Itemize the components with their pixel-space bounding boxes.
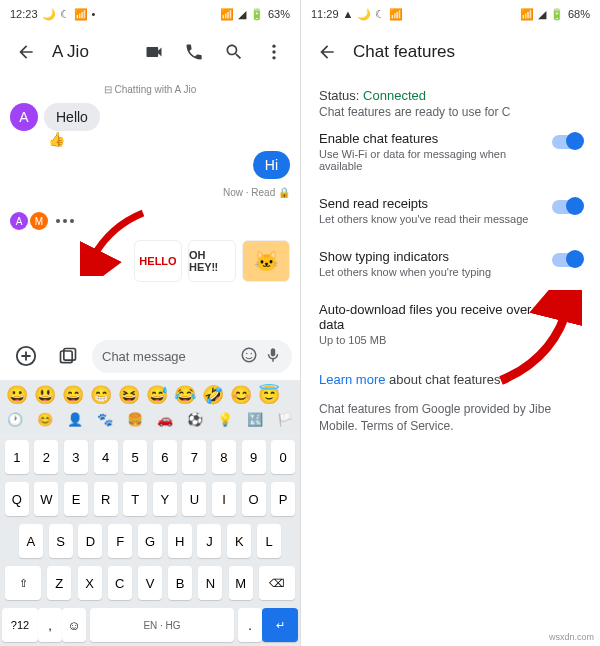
- people-cat-icon[interactable]: 👤: [67, 412, 83, 427]
- symbols-key[interactable]: ?12: [2, 608, 38, 642]
- toggle-switch[interactable]: [552, 135, 582, 149]
- shift-key[interactable]: ⇧: [5, 566, 41, 600]
- emoji-suggestion[interactable]: 😇: [258, 384, 280, 406]
- key-1[interactable]: 1: [5, 440, 29, 474]
- key-u[interactable]: U: [182, 482, 206, 516]
- key-6[interactable]: 6: [153, 440, 177, 474]
- emoji-suggestion[interactable]: 😆: [118, 384, 140, 406]
- moon-icon: ☾: [60, 8, 70, 21]
- key-j[interactable]: J: [197, 524, 221, 558]
- message-input[interactable]: Chat message: [92, 340, 292, 373]
- emoji-suggestion[interactable]: 😃: [34, 384, 56, 406]
- backspace-key[interactable]: ⌫: [259, 566, 295, 600]
- key-t[interactable]: T: [123, 482, 147, 516]
- key-k[interactable]: K: [227, 524, 251, 558]
- key-w[interactable]: W: [34, 482, 58, 516]
- comma-key[interactable]: ,: [38, 608, 62, 642]
- input-placeholder: Chat message: [102, 349, 186, 364]
- setting-row[interactable]: Send read receiptsLet others know you've…: [319, 184, 582, 237]
- search-button[interactable]: [216, 34, 252, 70]
- emoji-key[interactable]: ☺: [62, 608, 86, 642]
- toggle-switch[interactable]: [552, 200, 582, 214]
- key-2[interactable]: 2: [34, 440, 58, 474]
- key-y[interactable]: Y: [153, 482, 177, 516]
- setting-row[interactable]: Enable chat featuresUse Wi-Fi or data fo…: [319, 119, 582, 184]
- emoji-suggestion[interactable]: 😀: [6, 384, 28, 406]
- keyboard-categories[interactable]: 🕐 😊 👤 🐾 🍔 🚗 ⚽ 💡 🔣 🏳️: [0, 410, 300, 431]
- emoji-suggestion[interactable]: 😊: [230, 384, 252, 406]
- key-l[interactable]: L: [257, 524, 281, 558]
- emoji-suggestion[interactable]: 😂: [174, 384, 196, 406]
- sticker-hey[interactable]: OH HEY‼: [188, 240, 236, 282]
- key-8[interactable]: 8: [212, 440, 236, 474]
- symbols-cat-icon[interactable]: 🔣: [247, 412, 263, 427]
- key-z[interactable]: Z: [47, 566, 71, 600]
- smiley-cat-icon[interactable]: 😊: [37, 412, 53, 427]
- travel-cat-icon[interactable]: 🚗: [157, 412, 173, 427]
- video-call-button[interactable]: [136, 34, 172, 70]
- key-5[interactable]: 5: [123, 440, 147, 474]
- key-i[interactable]: I: [212, 482, 236, 516]
- key-g[interactable]: G: [138, 524, 162, 558]
- add-button[interactable]: [8, 338, 44, 374]
- setting-title: Send read receipts: [319, 196, 544, 211]
- reaction[interactable]: 👍: [48, 131, 290, 147]
- gallery-button[interactable]: [50, 338, 86, 374]
- flags-cat-icon[interactable]: 🏳️: [277, 412, 293, 427]
- key-d[interactable]: D: [78, 524, 102, 558]
- emoji-suggestion[interactable]: 😅: [146, 384, 168, 406]
- space-key[interactable]: EN · HG: [90, 608, 234, 642]
- key-b[interactable]: B: [168, 566, 192, 600]
- objects-cat-icon[interactable]: 💡: [217, 412, 233, 427]
- emoji-suggestion[interactable]: 😄: [62, 384, 84, 406]
- phone-icon: [184, 42, 204, 62]
- mic-button[interactable]: [264, 346, 282, 367]
- setting-row[interactable]: Show typing indicatorsLet others know wh…: [319, 237, 582, 290]
- emoji-suggestion[interactable]: 😁: [90, 384, 112, 406]
- learn-more-row[interactable]: Learn more about chat features: [319, 372, 582, 387]
- keyboard[interactable]: 😀😃😄😁😆😅😂🤣😊😇 🕐 😊 👤 🐾 🍔 🚗 ⚽ 💡 🔣 🏳️ 12345678…: [0, 380, 300, 646]
- period-key[interactable]: .: [238, 608, 262, 642]
- setting-row[interactable]: Auto-download files you receive over mob…: [319, 290, 582, 358]
- emoji-button[interactable]: [240, 346, 258, 367]
- sticker-cat[interactable]: 🐱: [242, 240, 290, 282]
- key-r[interactable]: R: [94, 482, 118, 516]
- wifi-icon: 📶: [520, 8, 534, 21]
- key-p[interactable]: P: [271, 482, 295, 516]
- food-cat-icon[interactable]: 🍔: [127, 412, 143, 427]
- avatar-a[interactable]: A: [10, 103, 38, 131]
- back-button[interactable]: [309, 34, 345, 70]
- key-x[interactable]: X: [78, 566, 102, 600]
- outgoing-bubble[interactable]: Hi: [253, 151, 290, 179]
- key-q[interactable]: Q: [5, 482, 29, 516]
- key-9[interactable]: 9: [242, 440, 266, 474]
- nature-cat-icon[interactable]: 🐾: [97, 412, 113, 427]
- key-7[interactable]: 7: [182, 440, 206, 474]
- sticker-hello[interactable]: HELLO: [134, 240, 182, 282]
- enter-key[interactable]: ↵: [262, 608, 298, 642]
- key-c[interactable]: C: [108, 566, 132, 600]
- clock-icon[interactable]: 🕐: [7, 412, 23, 427]
- learn-more-link[interactable]: Learn more: [319, 372, 385, 387]
- key-a[interactable]: A: [19, 524, 43, 558]
- activity-cat-icon[interactable]: ⚽: [187, 412, 203, 427]
- back-button[interactable]: [8, 34, 44, 70]
- key-v[interactable]: V: [138, 566, 162, 600]
- key-4[interactable]: 4: [94, 440, 118, 474]
- incoming-bubble[interactable]: Hello: [44, 103, 100, 131]
- key-e[interactable]: E: [64, 482, 88, 516]
- toggle-switch[interactable]: [552, 253, 582, 267]
- key-3[interactable]: 3: [64, 440, 88, 474]
- key-f[interactable]: F: [108, 524, 132, 558]
- voice-call-button[interactable]: [176, 34, 212, 70]
- menu-button[interactable]: [256, 34, 292, 70]
- key-0[interactable]: 0: [271, 440, 295, 474]
- key-n[interactable]: N: [198, 566, 222, 600]
- more-vert-icon: [264, 42, 284, 62]
- key-m[interactable]: M: [229, 566, 253, 600]
- emoji-icon: [240, 346, 258, 364]
- key-o[interactable]: O: [242, 482, 266, 516]
- key-h[interactable]: H: [168, 524, 192, 558]
- emoji-suggestion[interactable]: 🤣: [202, 384, 224, 406]
- key-s[interactable]: S: [49, 524, 73, 558]
